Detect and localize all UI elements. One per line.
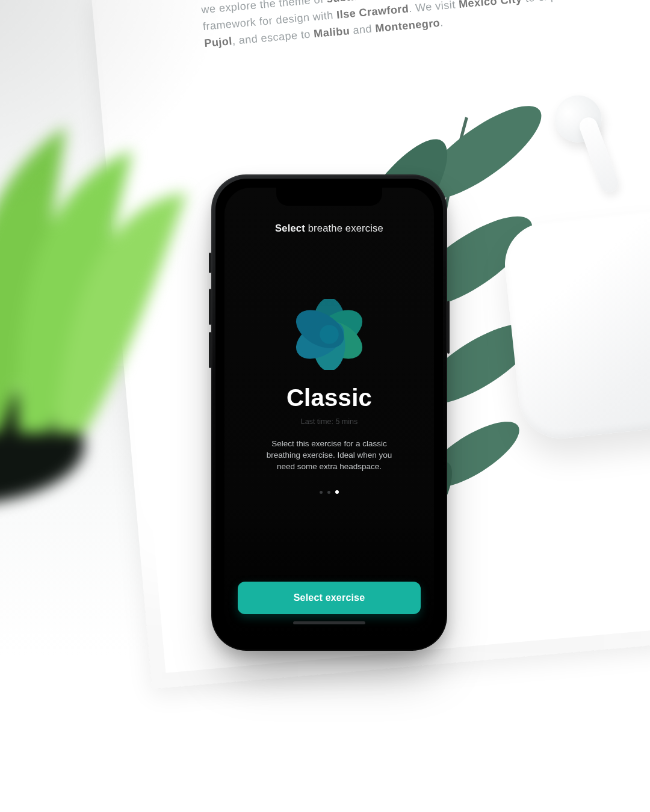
svg-point-15 (320, 325, 338, 343)
exercise-description: Select this exercise for a classic breat… (257, 438, 401, 472)
exercise-last-time: Last time: 5 mins (301, 417, 358, 426)
home-indicator[interactable] (293, 621, 365, 624)
airpods-case-prop (501, 207, 650, 442)
app-screen: Select breathe exercise (224, 188, 434, 638)
photo-scene: we explore the theme of sustainability, … (0, 0, 650, 812)
screen-title: Select breathe exercise (238, 223, 421, 234)
select-exercise-button[interactable]: Select exercise (238, 582, 421, 614)
screen-title-rest: breathe exercise (305, 223, 383, 233)
phone-device: Select breathe exercise (211, 174, 447, 651)
exercise-card[interactable]: Classic Last time: 5 mins Select this ex… (238, 299, 421, 494)
phone-notch (276, 188, 382, 206)
page-dot-1[interactable] (327, 491, 330, 494)
page-dot-0[interactable] (320, 491, 323, 494)
screen-title-bold: Select (275, 223, 305, 233)
breathe-flower-icon (294, 299, 365, 370)
exercise-title: Classic (286, 384, 372, 411)
